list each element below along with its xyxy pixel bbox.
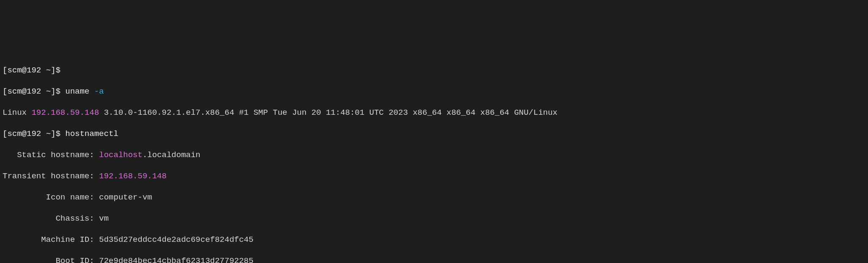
hostnamectl-cmd: hostnamectl [65,129,118,138]
transient-hostname-row: Transient hostname: 192.168.59.148 [3,171,865,182]
machine-id-row: Machine ID: 5d35d27eddcc4de2adc69cef824d… [3,235,865,245]
terminal[interactable]: [scm@192 ~]$ [scm@192 ~]$ uname -a Linux… [0,53,868,263]
chassis-row: Chassis: vm [3,213,865,224]
hostnamectl-command-line: [scm@192 ~]$ hostnamectl [3,129,865,139]
static-hostname-row: Static hostname: localhost.localdomain [3,150,865,161]
uname-command-line: [scm@192 ~]$ uname -a [3,86,865,97]
uname-cmd: uname [65,87,89,96]
host-ip: 192.168.59.148 [31,108,99,117]
boot-id-row: Boot ID: 72e9de84bec14cbbaf62313d2779228… [3,256,865,263]
uname-output-line: Linux 192.168.59.148 3.10.0-1160.92.1.el… [3,108,865,118]
prompt-empty-line: [scm@192 ~]$ [3,65,865,76]
icon-name-row: Icon name: computer-vm [3,192,865,203]
uname-arg: -a [94,87,104,96]
